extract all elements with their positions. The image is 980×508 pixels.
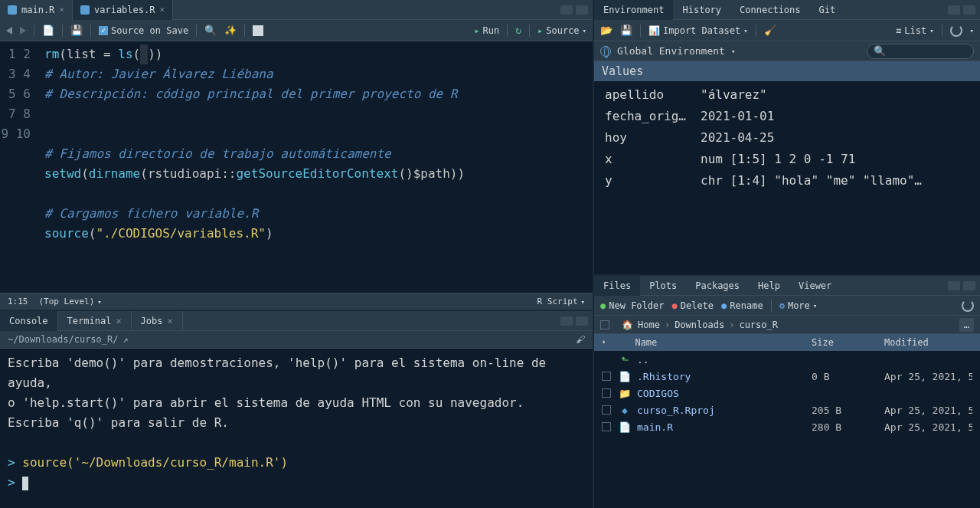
wand-icon[interactable]: ✨	[224, 25, 237, 36]
tab-variables-r[interactable]: variables.R ×	[73, 0, 173, 20]
environment-values: apellido"álvarez" fecha_orig…2021-01-01 …	[594, 81, 980, 274]
line-gutter: 1 2 3 4 5 6 7 8 9 10	[0, 41, 40, 293]
tab-plots[interactable]: Plots	[640, 276, 686, 296]
tab-jobs[interactable]: Jobs ×	[132, 311, 183, 331]
home-icon[interactable]: 🏠	[622, 320, 633, 330]
tab-terminal[interactable]: Terminal ×	[58, 311, 132, 331]
popout-icon[interactable]: ↗	[123, 334, 129, 345]
env-row[interactable]: fecha_orig…2021-01-01	[594, 106, 980, 127]
file-row[interactable]: 📁 CODIGOS	[594, 385, 980, 401]
broom-icon[interactable]: 🧹	[764, 25, 776, 36]
folder-icon: 📁	[619, 387, 631, 399]
back-icon[interactable]	[6, 27, 12, 34]
refresh-icon[interactable]	[962, 300, 974, 312]
source-button[interactable]: ▸Source▾	[537, 25, 586, 36]
tab-environment[interactable]: Environment	[594, 0, 673, 20]
run-button[interactable]: ▸Run	[474, 25, 499, 36]
files-toolbar: ●New Folder ●Delete ●Rename ⚙More▾	[594, 296, 980, 316]
close-icon[interactable]: ×	[59, 5, 64, 15]
rerun-icon[interactable]: ↻	[515, 25, 521, 36]
environment-scope-bar: Global Environment ▾ 🔍	[594, 41, 980, 61]
delete-button[interactable]: ●Delete	[671, 300, 714, 311]
files-header: ▴ Name Size Modified	[594, 334, 980, 351]
minimize-pane-button[interactable]	[948, 5, 960, 15]
env-row[interactable]: hoy2021-04-25	[594, 127, 980, 149]
tab-files[interactable]: Files	[594, 276, 640, 296]
import-dataset-button[interactable]: 📊Import Dataset▾	[648, 25, 748, 36]
load-workspace-icon[interactable]: 📂	[600, 25, 612, 36]
minimize-pane-button[interactable]	[560, 5, 573, 15]
find-icon[interactable]: 🔍	[204, 25, 217, 36]
globe-icon	[600, 46, 611, 57]
environment-search[interactable]: 🔍	[867, 44, 974, 59]
env-row[interactable]: xnum [1:5] 1 2 0 -1 71	[594, 149, 980, 170]
console-output[interactable]: Escriba 'demo()' para demostraciones, 'h…	[0, 349, 593, 508]
language-indicator[interactable]: R Script	[537, 297, 578, 306]
files-breadcrumb: 🏠 Home › Downloads › curso_R …	[594, 316, 980, 334]
show-in-new-window-icon[interactable]: 📄	[42, 25, 54, 36]
console-tabs: Console Terminal × Jobs ×	[0, 311, 593, 331]
working-directory: ~/Downloads/curso_R/	[8, 334, 119, 345]
broom-icon[interactable]: 🖌	[576, 334, 585, 345]
maximize-pane-button[interactable]	[963, 281, 975, 290]
tab-console[interactable]: Console	[0, 311, 58, 331]
env-row[interactable]: ychr [1:4] "hola" "me" "llamo"…	[594, 170, 980, 192]
more-button[interactable]: ⚙More▾	[779, 300, 818, 311]
r-file-icon: 📄	[619, 421, 631, 433]
editor-tabs: main.R × variables.R ×	[0, 0, 593, 20]
save-icon[interactable]: 💾	[70, 25, 83, 36]
tab-main-r[interactable]: main.R ×	[0, 0, 73, 20]
tab-connections[interactable]: Connections	[730, 0, 809, 20]
list-view-button[interactable]: ≡List▾	[896, 25, 934, 36]
environment-tabs: Environment History Connections Git	[594, 0, 980, 20]
file-checkbox[interactable]	[602, 405, 611, 415]
tab-help[interactable]: Help	[749, 276, 789, 296]
new-folder-button[interactable]: ●New Folder	[600, 300, 664, 311]
file-checkbox[interactable]	[602, 388, 611, 398]
editor-status-bar: 1:15 (Top Level) ▾ R Script ▾	[0, 293, 593, 310]
save-workspace-icon[interactable]: 💾	[620, 25, 632, 36]
source-on-save-checkbox[interactable]: ✓Source on Save	[99, 25, 188, 36]
code-content[interactable]: rm(list = ls( )) # Autor: Javier Álvarez…	[40, 41, 465, 293]
files-tabs: Files Plots Packages Help Viewer	[594, 276, 980, 296]
up-folder-icon: ⬑	[619, 353, 631, 365]
crumb-downloads[interactable]: Downloads	[675, 320, 724, 330]
tab-packages[interactable]: Packages	[686, 276, 749, 296]
environment-scope[interactable]: Global Environment	[617, 45, 725, 57]
cursor-position: 1:15	[8, 297, 28, 306]
source-editor[interactable]: 1 2 3 4 5 6 7 8 9 10 rm(list = ls( )) # …	[0, 41, 593, 293]
close-icon[interactable]: ×	[159, 5, 165, 15]
tab-history[interactable]: History	[673, 0, 730, 20]
editor-toolbar: 📄 💾 ✓Source on Save 🔍 ✨ ▸Run ↻	[0, 20, 593, 41]
minimize-pane-button[interactable]	[560, 316, 573, 326]
crumb-curso-r[interactable]: curso_R	[739, 320, 778, 330]
env-row[interactable]: apellido"álvarez"	[594, 84, 980, 106]
refresh-icon[interactable]	[950, 25, 962, 37]
parent-dir-row[interactable]: ⬑ ..	[594, 351, 980, 368]
tab-label: variables.R	[94, 5, 155, 15]
tab-git[interactable]: Git	[810, 0, 845, 20]
forward-icon[interactable]	[20, 27, 26, 34]
r-file-icon	[80, 5, 90, 15]
minimize-pane-button[interactable]	[948, 281, 960, 290]
console-path-bar: ~/Downloads/curso_R/ ↗ 🖌	[0, 331, 593, 349]
rproj-icon: ◆	[619, 404, 631, 416]
notebook-icon[interactable]	[253, 25, 263, 36]
select-all-checkbox[interactable]	[600, 320, 609, 329]
rename-button[interactable]: ●Rename	[721, 300, 763, 311]
maximize-pane-button[interactable]	[576, 316, 588, 326]
file-row[interactable]: 📄 main.R 280 B Apr 25, 2021, 5:5	[594, 418, 980, 435]
environment-toolbar: 📂 💾 📊Import Dataset▾ 🧹 ≡List▾ ▾	[594, 20, 980, 41]
goto-dir-button[interactable]: …	[959, 318, 974, 332]
maximize-pane-button[interactable]	[963, 5, 975, 15]
file-list: ⬑ .. 📄 .Rhistory 0 B Apr 25, 2021, 5:4 📁…	[594, 351, 980, 508]
file-row[interactable]: ◆ curso_R.Rproj 205 B Apr 25, 2021, 5:4	[594, 401, 980, 418]
crumb-home[interactable]: Home	[638, 320, 660, 330]
file-checkbox[interactable]	[602, 372, 611, 381]
file-checkbox[interactable]	[602, 422, 611, 431]
scope-indicator[interactable]: (Top Level)	[39, 297, 95, 306]
tab-viewer[interactable]: Viewer	[789, 276, 841, 296]
values-header: Values	[594, 61, 980, 81]
file-row[interactable]: 📄 .Rhistory 0 B Apr 25, 2021, 5:4	[594, 368, 980, 385]
maximize-pane-button[interactable]	[576, 5, 588, 15]
